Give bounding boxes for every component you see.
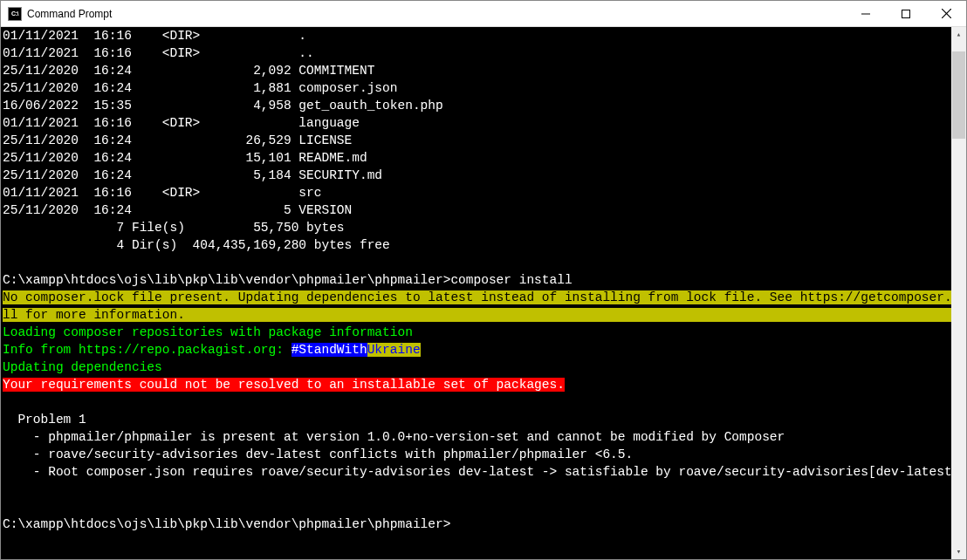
terminal-line: 25/11/2020 16:24 5,184 SECURITY.md: [3, 167, 951, 184]
terminal-line: 7 File(s) 55,750 bytes: [3, 219, 951, 236]
terminal-line: 25/11/2020 16:24 2,092 COMMITMENT: [3, 62, 951, 79]
terminal-line: Problem 1: [3, 411, 951, 428]
maximize-button[interactable]: [886, 1, 926, 27]
titlebar[interactable]: C:\ Command Prompt: [1, 1, 966, 27]
window-title: Command Prompt: [27, 8, 846, 20]
terminal-line: [3, 254, 951, 271]
terminal-line: 25/11/2020 16:24 5 VERSION: [3, 201, 951, 219]
scrollbar-thumb[interactable]: [952, 51, 965, 139]
terminal-line: C:\xampp\htdocs\ojs\lib\pkp\lib\vendor\p…: [3, 271, 951, 289]
terminal-area: 01/11/2021 16:16 <DIR> .01/11/2021 16:16…: [1, 27, 966, 559]
terminal-line: 25/11/2020 16:24 1,881 composer.json: [3, 79, 951, 97]
terminal-line: C:\xampp\htdocs\ojs\lib\pkp\lib\vendor\p…: [3, 516, 951, 533]
terminal-line: Your requirements could not be resolved …: [3, 376, 951, 393]
scroll-up-icon[interactable]: ▴: [951, 27, 966, 42]
close-button[interactable]: [926, 1, 966, 27]
terminal-line: Updating dependencies: [3, 359, 951, 376]
terminal-line: - Root composer.json requires roave/secu…: [3, 463, 951, 481]
terminal-line: Loading composer repositories with packa…: [3, 324, 951, 341]
terminal-line: 25/11/2020 16:24 15,101 README.md: [3, 149, 951, 167]
terminal-line: [3, 393, 951, 411]
terminal-line: 01/11/2021 16:16 <DIR> src: [3, 184, 951, 201]
window-controls: [846, 1, 966, 27]
terminal-line: - phpmailer/phpmailer is present at vers…: [3, 428, 951, 446]
terminal-line: ll for more information.: [3, 306, 951, 324]
minimize-button[interactable]: [846, 1, 886, 27]
terminal-line: [3, 498, 951, 516]
terminal-line: Info from https://repo.packagist.org: #S…: [3, 341, 951, 359]
scroll-down-icon[interactable]: ▾: [951, 544, 966, 559]
terminal-line: No composer.lock file present. Updating …: [3, 289, 951, 306]
terminal-line: 16/06/2022 15:35 4,958 get_oauth_token.p…: [3, 97, 951, 114]
terminal-output[interactable]: 01/11/2021 16:16 <DIR> .01/11/2021 16:16…: [1, 27, 951, 559]
terminal-line: 25/11/2020 16:24 26,529 LICENSE: [3, 132, 951, 149]
svg-rect-1: [902, 10, 910, 17]
vertical-scrollbar[interactable]: ▴ ▾: [951, 27, 966, 559]
terminal-line: 01/11/2021 16:16 <DIR> language: [3, 114, 951, 132]
terminal-line: [3, 481, 951, 498]
cmd-icon: C:\: [8, 7, 22, 21]
terminal-line: 4 Dir(s) 404,435,169,280 bytes free: [3, 236, 951, 254]
terminal-line: - roave/security-advisories dev-latest c…: [3, 446, 951, 463]
command-prompt-window: C:\ Command Prompt 01/11/2021 16:16 <DIR…: [0, 0, 967, 560]
terminal-line: 01/11/2021 16:16 <DIR> .: [3, 27, 951, 44]
terminal-line: 01/11/2021 16:16 <DIR> ..: [3, 44, 951, 62]
